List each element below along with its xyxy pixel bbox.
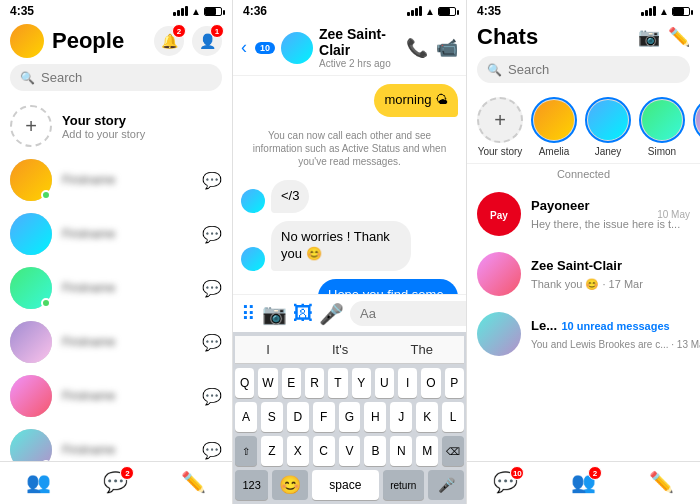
key-y[interactable]: Y [352,368,371,398]
key-b[interactable]: B [364,436,386,466]
key-emoji[interactable]: 😊 [272,470,308,500]
list-item[interactable]: Firstname 💬 [0,153,232,207]
key-q[interactable]: Q [235,368,254,398]
search-input-chats[interactable] [508,62,680,77]
chat-list-item[interactable]: Le... 10 unread messages You and Lewis B… [467,304,700,364]
key-g[interactable]: G [339,402,361,432]
chat-preview-sub: You and Lewis Brookes are c... · 13 Mar [531,339,700,350]
list-item[interactable]: Firstname 💬 [0,315,232,369]
avatar-img [477,252,521,296]
search-bar-people[interactable]: 🔍 [10,64,222,91]
key-l[interactable]: L [442,402,464,432]
key-shift[interactable]: ⇧ [235,436,257,466]
story-item[interactable]: Simon [639,97,685,157]
key-c[interactable]: C [313,436,335,466]
bottom-nav-people: 👥 💬 2 ✏️ [0,461,232,504]
notification-button[interactable]: 🔔 2 [154,26,184,56]
list-item[interactable]: Firstname 💬 [0,261,232,315]
back-button[interactable]: ‹ [241,37,247,58]
key-v[interactable]: V [339,436,361,466]
key-mic[interactable]: 🎤 [428,470,464,500]
key-e[interactable]: E [282,368,301,398]
wifi-icon: ▲ [191,6,201,17]
key-x[interactable]: X [287,436,309,466]
camera-button[interactable]: 📷 [638,26,660,48]
nav-chats-edit[interactable]: ✏️ [649,470,674,494]
key-o[interactable]: O [421,368,440,398]
story-item-add[interactable]: + Your story [477,97,523,157]
key-space[interactable]: space [312,470,378,500]
key-d[interactable]: D [287,402,309,432]
suggestion-item[interactable]: I [258,340,278,359]
system-message: You can now call each other and see info… [241,125,458,172]
story-avatar [642,100,682,140]
key-t[interactable]: T [328,368,347,398]
key-u[interactable]: U [375,368,394,398]
list-item[interactable]: Firstname 💬 [0,423,232,461]
chat-list-item[interactable]: Pay Payoneer Hey there, the issue here i… [467,184,700,244]
chats-title: Chats [477,24,638,50]
search-bar-chats[interactable]: 🔍 [477,56,690,83]
your-story-row[interactable]: + Your story Add to your story [0,99,232,153]
notification-badge: 2 [172,24,186,38]
story-item[interactable]: Ruth [693,97,700,157]
key-s[interactable]: S [261,402,283,432]
nav-edit[interactable]: ✏️ [181,470,206,494]
messages-badge: 2 [120,466,134,480]
story-circle[interactable] [585,97,631,143]
story-circle[interactable] [639,97,685,143]
chats-list: Pay Payoneer Hey there, the issue here i… [467,184,700,461]
nav-messages[interactable]: 💬 2 [103,470,128,494]
key-f[interactable]: F [313,402,335,432]
key-delete[interactable]: ⌫ [442,436,464,466]
key-n[interactable]: N [390,436,412,466]
bottom-nav-chats: 💬 10 👥 2 ✏️ [467,461,700,504]
avatar [10,267,52,309]
story-item[interactable]: Amelia [531,97,577,157]
key-a[interactable]: A [235,402,257,432]
key-m[interactable]: M [416,436,438,466]
story-circle[interactable] [531,97,577,143]
audio-button[interactable]: 🎤 [319,302,344,326]
key-j[interactable]: J [390,402,412,432]
chat-avatar-payoneer: Pay [477,192,521,236]
key-k[interactable]: K [416,402,438,432]
nav-people[interactable]: 👥 [26,470,51,494]
camera-button[interactable]: 📷 [262,302,287,326]
time-chat: 4:36 [243,4,267,18]
key-i[interactable]: I [398,368,417,398]
nav-chats-people[interactable]: 👥 2 [571,470,596,494]
image-button[interactable]: 🖼 [293,302,313,325]
add-story-button[interactable]: + [10,105,52,147]
key-z[interactable]: Z [261,436,283,466]
suggestion-item[interactable]: The [402,340,440,359]
message-input[interactable] [350,301,467,326]
people-header: People 🔔 2 👤 1 [0,20,232,64]
story-item[interactable]: Janey [585,97,631,157]
search-input-people[interactable] [41,70,212,85]
video-button[interactable]: 📹 [436,37,458,59]
suggestion-item[interactable]: It's [324,340,356,359]
story-circle[interactable] [693,97,700,143]
key-return[interactable]: return [383,470,424,500]
add-story-circle[interactable]: + [477,97,523,143]
nav-chats-messages[interactable]: 💬 10 [493,470,518,494]
panel-people: 4:35 ▲ People 🔔 2 👤 1 🔍 + Your story A [0,0,233,504]
list-item[interactable]: Firstname 💬 [0,369,232,423]
key-r[interactable]: R [305,368,324,398]
chat-list-item[interactable]: Zee Saint-Clair Thank you 😊 · 17 Mar [467,244,700,304]
add-person-button[interactable]: 👤 1 [192,26,222,56]
avatar [477,252,521,296]
key-123[interactable]: 123 [235,470,268,500]
phone-button[interactable]: 📞 [406,37,428,59]
list-item[interactable]: Firstname 💬 [0,207,232,261]
key-w[interactable]: W [258,368,277,398]
key-h[interactable]: H [364,402,386,432]
compose-button[interactable]: ✏️ [668,26,690,48]
key-p[interactable]: P [445,368,464,398]
avatar-img [477,312,521,356]
avatar [10,213,52,255]
apps-button[interactable]: ⠿ [241,302,256,326]
keyboard-row-3: ⇧ Z X C V B N M ⌫ [235,436,464,466]
chat-preview: Thank you 😊 · 17 Mar [531,278,643,290]
